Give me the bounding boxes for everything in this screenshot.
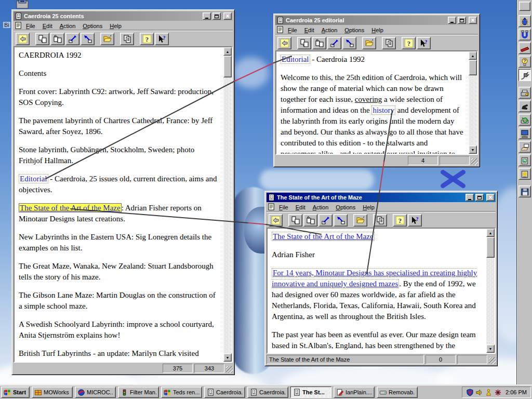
task-button-caerdroia[interactable]: Caerdroia... xyxy=(204,387,245,398)
scroll-up-button[interactable] xyxy=(223,47,232,56)
menu-action[interactable]: Action xyxy=(318,26,341,34)
menu-edit[interactable]: Edit xyxy=(39,22,56,30)
speaker-icon[interactable] xyxy=(475,389,483,396)
copy-pages-button[interactable] xyxy=(288,214,302,227)
back-button[interactable] xyxy=(16,33,30,45)
copy-button[interactable] xyxy=(382,37,396,49)
black-hand-button[interactable] xyxy=(518,100,531,112)
hyperlink[interactable]: history xyxy=(371,105,395,115)
close-button[interactable] xyxy=(486,194,495,201)
bulb-help-button[interactable]: ? xyxy=(518,56,531,68)
link-in-button[interactable] xyxy=(334,214,348,227)
hyperlink[interactable]: Editorial xyxy=(281,55,310,64)
maximize-button[interactable] xyxy=(212,12,221,20)
menu-help[interactable]: Help xyxy=(368,26,387,34)
document-text[interactable]: CAERDROIA 1992ContentsFront cover: Labyr… xyxy=(15,47,223,362)
scroll-down-button[interactable] xyxy=(486,344,495,353)
vertical-scrollbar[interactable] xyxy=(486,229,495,353)
context-help-button[interactable]: ? xyxy=(155,33,169,45)
green-book-button[interactable]: N xyxy=(518,154,531,166)
resize-grip[interactable] xyxy=(226,366,233,373)
titlebar[interactable]: The State of the Art of the Maze xyxy=(267,193,496,202)
menu-options[interactable]: Options xyxy=(79,22,106,30)
menu-action[interactable]: Action xyxy=(56,22,79,30)
back-button[interactable] xyxy=(269,214,283,227)
menu-help[interactable]: Help xyxy=(359,203,378,211)
scroll-up-button[interactable] xyxy=(469,51,477,60)
vertical-scrollbar[interactable] xyxy=(469,51,477,154)
stapler-button[interactable] xyxy=(518,42,531,54)
resize-grip[interactable] xyxy=(471,158,478,165)
help-button[interactable]: ? xyxy=(393,214,407,227)
menu-options[interactable]: Options xyxy=(341,26,368,34)
titlebar[interactable]: Caerdroia 25 editorial xyxy=(275,16,478,25)
menu-options[interactable]: Options xyxy=(332,203,359,211)
maximize-button[interactable] xyxy=(475,194,484,201)
back-button[interactable] xyxy=(277,37,291,49)
print-disk-button[interactable] xyxy=(518,87,531,99)
link-out-button[interactable] xyxy=(65,33,79,45)
close-button[interactable] xyxy=(469,17,477,24)
open-folder-button[interactable] xyxy=(100,33,114,45)
open-folder-button[interactable] xyxy=(362,37,376,49)
minimize-button[interactable] xyxy=(203,12,211,20)
hyperlink[interactable]: The State of the Art of the Maze xyxy=(272,232,375,241)
plug-button[interactable] xyxy=(518,69,531,81)
hyperlink[interactable]: covering xyxy=(355,95,382,103)
paste-pages-button[interactable] xyxy=(303,214,317,227)
close-button[interactable] xyxy=(223,12,232,20)
menu-help[interactable]: Help xyxy=(106,22,125,30)
menu-action[interactable]: Action xyxy=(309,203,332,211)
vertical-scrollbar[interactable] xyxy=(223,47,232,362)
copy-pages-button[interactable] xyxy=(297,37,311,49)
copy-pages-button[interactable] xyxy=(35,33,49,45)
minimize-button[interactable] xyxy=(448,17,456,24)
menu-file[interactable]: File xyxy=(284,26,301,34)
copy-button[interactable] xyxy=(120,33,134,45)
toolbar-drag-handle[interactable] xyxy=(519,2,530,11)
task-button-filter-man[interactable]: Filter Man... xyxy=(118,387,159,398)
hyperlink[interactable]: Editorial xyxy=(19,174,48,183)
flower-icon[interactable] xyxy=(494,389,502,396)
help-button[interactable]: ? xyxy=(140,33,154,45)
task-button-the-st[interactable]: The St... xyxy=(290,387,331,398)
titlebar[interactable]: Caerdroia 25 contents xyxy=(14,11,233,21)
menu-file[interactable]: File xyxy=(275,203,292,211)
monitor-button[interactable] xyxy=(518,127,531,139)
shield-icon[interactable] xyxy=(466,389,474,396)
context-help-button[interactable]: ? xyxy=(417,37,431,49)
desktop-icon-label[interactable]: Bi xyxy=(3,22,10,28)
magnet-button[interactable] xyxy=(518,29,531,41)
link-out-button[interactable] xyxy=(327,37,341,49)
context-help-button[interactable]: ? xyxy=(408,214,422,227)
menu-edit[interactable]: Edit xyxy=(301,26,318,34)
minimize-button[interactable] xyxy=(466,194,474,201)
scrollbar-track[interactable] xyxy=(486,237,495,344)
menu-file[interactable]: File xyxy=(22,22,39,30)
link-in-button[interactable] xyxy=(342,37,356,49)
scrollbar-track[interactable] xyxy=(223,56,232,353)
task-button-moworks[interactable]: MOWorks xyxy=(32,387,73,398)
person-icon[interactable] xyxy=(485,389,493,396)
paste-pages-button[interactable] xyxy=(312,37,326,49)
scrollbar-thumb[interactable] xyxy=(486,237,495,258)
open-folder-button[interactable] xyxy=(353,214,367,227)
paste-pages-button[interactable] xyxy=(50,33,64,45)
document-text[interactable]: Editorial - Caerdroia 1992Welcome to thi… xyxy=(276,51,469,154)
scroll-up-button[interactable] xyxy=(486,229,495,237)
bug-button[interactable] xyxy=(518,15,531,27)
yellow-book-button[interactable] xyxy=(518,168,531,180)
menu-edit[interactable]: Edit xyxy=(292,203,309,211)
task-button-microc[interactable]: MICROC... xyxy=(75,387,116,398)
scrollbar-track[interactable] xyxy=(469,60,477,145)
scroll-down-button[interactable] xyxy=(469,145,477,154)
hyperlink[interactable]: The State of the Art of the Maze xyxy=(19,203,122,212)
hand-card-button[interactable] xyxy=(518,141,531,153)
floppy-button[interactable] xyxy=(518,185,531,197)
maximize-button[interactable] xyxy=(458,17,466,24)
disk-sync-button[interactable] xyxy=(518,114,531,126)
copy-button[interactable] xyxy=(373,214,387,227)
scrollbar-thumb[interactable] xyxy=(469,60,477,75)
scroll-down-button[interactable] xyxy=(223,353,232,362)
task-button-teds-ren[interactable]: Teds ren... xyxy=(161,387,202,398)
